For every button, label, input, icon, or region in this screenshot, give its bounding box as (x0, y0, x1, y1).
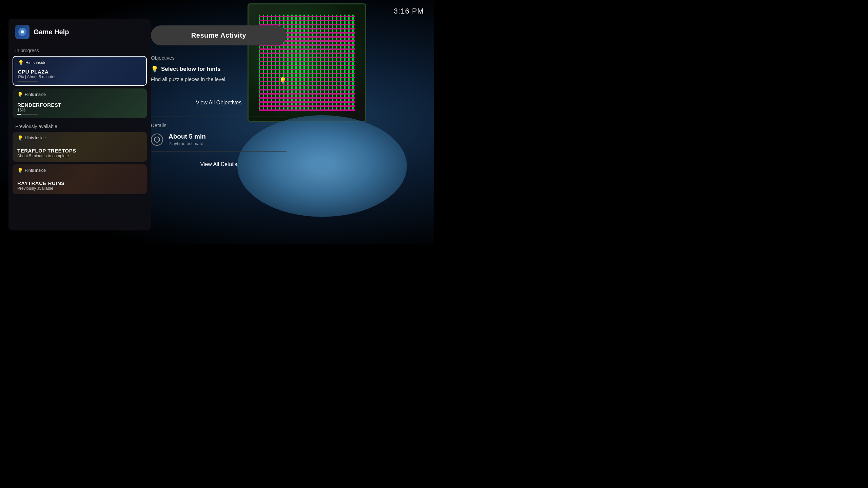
activity-item-raytrace[interactable]: 💡 Hints inside RAYTRACE RUINS Previously… (13, 164, 147, 194)
hints-label-cpu: Hints inside (25, 60, 46, 65)
hints-label-render: Hints inside (25, 92, 46, 97)
hints-badge-tera: 💡 Hints inside (17, 135, 142, 141)
time-display: 3:16 PM (394, 7, 424, 16)
previously-available-label: Previously available (8, 121, 151, 132)
hints-badge-render: 💡 Hints inside (17, 92, 142, 97)
item-content-render: 💡 Hints inside RENDERFOREST 16% (13, 88, 147, 118)
svg-point-1 (21, 30, 24, 33)
item-content-ray: 💡 Hints inside RAYTRACE RUINS Previously… (13, 164, 147, 194)
playtime-amount: About 5 min (169, 133, 206, 140)
hint-trigger-icon[interactable]: 💡 (279, 77, 287, 84)
activity-item-cpu-plaza[interactable]: 💡 Hints inside CPU PLAZA 0% | About 5 mi… (13, 56, 147, 86)
in-progress-label: In progress (8, 45, 151, 56)
item-content-tera: 💡 Hints inside TERAFLOP TREETOPS About 5… (13, 132, 147, 162)
hints-label-tera: Hints inside (25, 136, 46, 140)
objective-title: Select below for hints (161, 66, 221, 73)
hints-badge-cpu: 💡 Hints inside (18, 60, 141, 65)
view-all-objectives-button[interactable]: View All Objectives (151, 96, 287, 110)
item-content-cpu: 💡 Hints inside CPU PLAZA 0% | About 5 mi… (13, 57, 146, 85)
panel-title: Game Help (34, 28, 69, 36)
item-detail-ray: Previously available (17, 186, 142, 191)
details-row: About 5 min Playtime estimate (151, 133, 287, 146)
hints-icon-cpu: 💡 (18, 60, 24, 65)
progress-bar-cpu (18, 81, 38, 82)
view-all-details-button[interactable]: View All Details (151, 157, 287, 171)
item-detail-cpu: 0% | About 5 minutes (18, 75, 141, 79)
item-name-render: RENDERFOREST (17, 102, 142, 108)
panel-header: Game Help (8, 19, 151, 45)
objective-desc: Find all puzzle pieces in the level. (151, 76, 276, 82)
objective-main: 💡 Select below for hints (151, 65, 287, 73)
details-info: About 5 min Playtime estimate (169, 133, 206, 146)
objectives-label: Objectives (151, 55, 287, 61)
hints-icon-ray: 💡 (17, 168, 23, 173)
objective-desc-row: Find all puzzle pieces in the level. 💡 (151, 76, 287, 84)
details-label: Details (151, 122, 287, 128)
hints-icon-render: 💡 (17, 92, 23, 97)
divider-objectives (151, 90, 287, 90)
item-detail-tera: About 5 minutes to complete (17, 154, 142, 158)
item-name-tera: TERAFLOP TREETOPS (17, 148, 142, 154)
item-name-ray: RAYTRACE RUINS (17, 180, 142, 186)
item-name-cpu: CPU PLAZA (18, 69, 141, 75)
hints-label-ray: Hints inside (25, 168, 46, 173)
item-detail-render: 16% (17, 108, 142, 113)
activity-item-teraflop[interactable]: 💡 Hints inside TERAFLOP TREETOPS About 5… (13, 132, 147, 162)
divider-details-bottom (151, 151, 287, 152)
game-help-panel: Game Help In progress 💡 Hints inside CPU… (8, 19, 151, 230)
objective-icon: 💡 (151, 65, 158, 73)
resume-button[interactable]: Resume Activity (151, 25, 287, 45)
progress-bar-render (17, 114, 38, 115)
hints-badge-ray: 💡 Hints inside (17, 168, 142, 173)
game-icon (15, 25, 29, 39)
clock-icon (151, 134, 163, 146)
right-panel: Resume Activity Objectives 💡 Select belo… (151, 19, 287, 230)
activity-item-renderforest[interactable]: 💡 Hints inside RENDERFOREST 16% (13, 88, 147, 118)
divider-details-top (151, 117, 287, 117)
hints-icon-tera: 💡 (17, 135, 23, 141)
playtime-label: Playtime estimate (169, 141, 206, 146)
